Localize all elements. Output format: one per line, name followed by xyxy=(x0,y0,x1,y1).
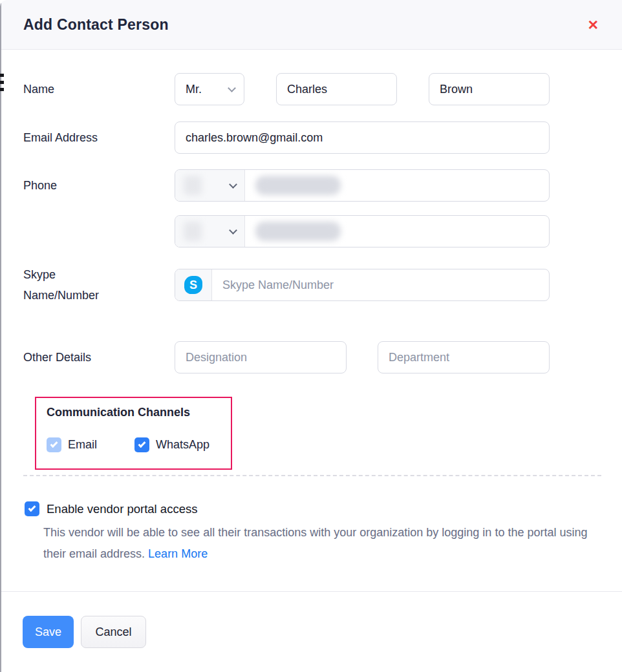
email-input[interactable] xyxy=(175,121,550,154)
communication-channels-heading: Communication Channels xyxy=(47,404,231,420)
department-input[interactable] xyxy=(378,341,550,373)
communication-channels-highlight-box: Communication Channels Email WhatsApp xyxy=(35,397,232,470)
last-name-input[interactable] xyxy=(429,73,550,105)
modal-header: Add Contact Person ✕ xyxy=(0,0,622,50)
section-divider xyxy=(23,475,601,476)
redacted-phone-number xyxy=(255,176,341,195)
check-icon xyxy=(138,440,146,448)
save-button[interactable]: Save xyxy=(23,616,74,648)
chevron-down-icon xyxy=(229,226,237,235)
check-icon xyxy=(28,504,36,512)
phone-row-1: Phone xyxy=(23,169,622,202)
whatsapp-checkbox-label: WhatsApp xyxy=(156,438,209,452)
phone-input-1[interactable] xyxy=(175,169,550,202)
redacted-country-code xyxy=(184,176,202,195)
phone-number-field-2[interactable] xyxy=(245,216,549,247)
phone-label: Phone xyxy=(23,175,175,196)
salutation-value: Mr. xyxy=(186,83,202,96)
skype-label: Skype Name/Number xyxy=(23,264,120,306)
email-checkbox-label: Email xyxy=(68,438,97,452)
email-row: Email Address xyxy=(23,121,622,154)
phone-input-2[interactable] xyxy=(175,215,550,247)
first-name-input[interactable] xyxy=(276,73,397,105)
check-icon xyxy=(50,440,58,448)
country-code-select-2[interactable] xyxy=(175,216,245,247)
background-artifact xyxy=(0,81,4,84)
channel-option-email: Email xyxy=(47,437,97,452)
background-artifact xyxy=(0,74,4,77)
background-artifact xyxy=(0,88,4,91)
chevron-down-icon xyxy=(229,180,237,189)
close-icon[interactable]: ✕ xyxy=(584,16,601,34)
redacted-country-code xyxy=(184,222,202,241)
vendor-portal-checkbox[interactable] xyxy=(25,501,39,516)
other-details-row: Other Details xyxy=(23,341,622,373)
channel-option-whatsapp: WhatsApp xyxy=(134,437,209,452)
skype-input-group: S xyxy=(175,269,550,301)
vendor-portal-description: This vendor will be able to see all thei… xyxy=(43,522,590,565)
phone-row-2 xyxy=(23,215,622,247)
name-label: Name xyxy=(23,79,175,100)
email-checkbox[interactable] xyxy=(47,437,61,452)
chevron-down-icon xyxy=(228,84,236,92)
redacted-phone-number xyxy=(255,222,341,241)
whatsapp-checkbox[interactable] xyxy=(134,437,149,452)
country-code-select-1[interactable] xyxy=(175,170,245,201)
name-row: Name Mr. xyxy=(23,73,622,105)
email-label: Email Address xyxy=(23,127,175,148)
skype-input[interactable] xyxy=(212,269,549,300)
modal-footer: Save Cancel xyxy=(0,591,622,672)
learn-more-link[interactable]: Learn More xyxy=(148,547,208,560)
salutation-select[interactable]: Mr. xyxy=(175,73,244,105)
vendor-portal-label: Enable vendor portal access xyxy=(47,502,197,516)
modal-title: Add Contact Person xyxy=(23,16,169,34)
skype-row: Skype Name/Number S xyxy=(23,264,622,306)
cancel-button[interactable]: Cancel xyxy=(81,616,146,648)
designation-input[interactable] xyxy=(175,341,347,373)
add-contact-person-modal: Add Contact Person ✕ Name Mr. Email Addr… xyxy=(0,0,622,672)
modal-body: Name Mr. Email Address Phone xyxy=(0,73,622,565)
phone-number-field-1[interactable] xyxy=(245,170,549,201)
modal-left-edge xyxy=(0,0,1,672)
other-details-label: Other Details xyxy=(23,347,175,368)
skype-icon: S xyxy=(184,276,202,294)
communication-channel-options: Email WhatsApp xyxy=(47,437,231,452)
vendor-portal-section: Enable vendor portal access This vendor … xyxy=(23,501,622,565)
skype-icon-segment: S xyxy=(175,269,212,300)
